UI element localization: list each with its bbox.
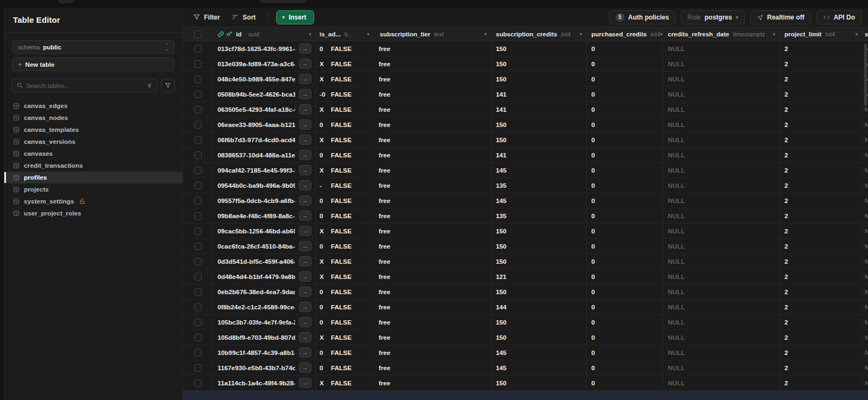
cell-purchased-credits[interactable]: 0: [587, 132, 663, 147]
cell-purchased-credits[interactable]: 0: [587, 315, 663, 329]
expand-row-button[interactable]: →: [299, 347, 311, 358]
cell-clipped[interactable]: NU: [863, 208, 868, 223]
cell-id[interactable]: 08386537-10d4-488a-a11e-eb5a6... →: [213, 148, 316, 162]
auth-policies-button[interactable]: 5 Auth policies: [609, 10, 675, 24]
cell-is-admin[interactable]: X FALSE: [316, 254, 374, 269]
row-checkbox[interactable]: [194, 60, 202, 68]
search-tables-input[interactable]: [26, 82, 143, 89]
expand-row-button[interactable]: →: [299, 59, 311, 69]
cell-subscription-credits[interactable]: 121: [492, 269, 587, 284]
row-checkbox[interactable]: [194, 349, 202, 357]
cell-project-limit[interactable]: 2: [780, 224, 863, 238]
cell-subscription-tier[interactable]: free: [374, 87, 492, 101]
api-docs-button[interactable]: API Do: [816, 10, 861, 24]
cell-credits-refresh-date[interactable]: NULL: [663, 239, 780, 253]
cell-subscription-credits[interactable]: 150: [492, 56, 587, 71]
cell-project-limit[interactable]: 2: [780, 102, 863, 117]
expand-row-button[interactable]: →: [299, 150, 311, 160]
cell-purchased-credits[interactable]: 0: [587, 300, 663, 314]
cell-purchased-credits[interactable]: 0: [587, 208, 663, 223]
cell-subscription-tier[interactable]: free: [374, 117, 492, 132]
cell-subscription-credits[interactable]: 150: [492, 330, 587, 345]
cell-is-admin[interactable]: X FALSE: [316, 72, 374, 86]
cell-purchased-credits[interactable]: 0: [587, 102, 663, 117]
sort-button[interactable]: Sort: [227, 11, 260, 24]
cell-id[interactable]: 0f8b24e2-c1c2-4589-99ce-2c52d... →: [213, 300, 316, 314]
sidebar-item-projects[interactable]: projects: [4, 183, 182, 195]
expand-row-button[interactable]: →: [299, 211, 311, 221]
row-checkbox[interactable]: [194, 319, 202, 326]
row-checkbox[interactable]: [194, 303, 202, 311]
cell-subscription-tier[interactable]: free: [374, 269, 492, 284]
cell-id[interactable]: 013cf78d-1625-43fc-9961-442189... →: [213, 41, 316, 56]
cell-subscription-credits[interactable]: 144: [492, 300, 587, 314]
cell-id[interactable]: 11a114cb-1a4c-49f4-9b28-52219ec... →: [213, 376, 316, 390]
search-tables-box[interactable]: [12, 79, 157, 92]
sidebar-item-canvases[interactable]: canvases: [4, 148, 182, 160]
row-checkbox[interactable]: [194, 136, 202, 144]
cell-is-admin[interactable]: 0 FALSE: [316, 300, 374, 314]
cell-credits-refresh-date[interactable]: NULL: [663, 41, 780, 56]
cell-project-limit[interactable]: 2: [780, 345, 863, 360]
cell-subscription-tier[interactable]: free: [374, 315, 492, 329]
cell-project-limit[interactable]: 2: [780, 41, 863, 56]
cell-purchased-credits[interactable]: 0: [587, 224, 663, 238]
expand-row-button[interactable]: →: [299, 302, 311, 312]
cell-project-limit[interactable]: 2: [780, 254, 863, 269]
cell-clipped[interactable]: NU: [863, 148, 868, 162]
cell-credits-refresh-date[interactable]: NULL: [663, 72, 780, 86]
schema-selector[interactable]: schema public ⌃⌄: [12, 40, 175, 54]
cell-is-admin[interactable]: 0 FALSE: [316, 360, 374, 375]
cell-subscription-tier[interactable]: free: [374, 300, 492, 314]
cell-project-limit[interactable]: 2: [780, 300, 863, 314]
cell-id[interactable]: 06f6b7d3-977d-4cd0-acd4-4a78... →: [213, 132, 316, 147]
cell-clipped[interactable]: NU: [863, 376, 868, 390]
cell-id[interactable]: 013e039a-fd89-473a-a3c6-ccfa9... →: [213, 56, 316, 71]
cell-id[interactable]: 09544b0c-ba9b-496a-9b09-244... →: [213, 178, 316, 193]
cell-id[interactable]: 0eb2b676-38ed-4ea7-9dad-38e6... →: [213, 284, 316, 299]
cell-subscription-tier[interactable]: free: [374, 163, 492, 177]
cell-subscription-credits[interactable]: 145: [492, 163, 587, 177]
cell-subscription-credits[interactable]: 135: [492, 178, 587, 193]
row-checkbox[interactable]: [194, 75, 202, 83]
cell-subscription-credits[interactable]: 145: [492, 360, 587, 375]
cell-credits-refresh-date[interactable]: NULL: [663, 56, 780, 71]
cell-subscription-credits[interactable]: 150: [492, 117, 587, 132]
sidebar-item-canvas_versions[interactable]: canvas_versions: [4, 136, 182, 148]
expand-row-button[interactable]: →: [299, 332, 311, 342]
cell-is-admin[interactable]: 0 FALSE: [316, 208, 374, 223]
cell-clipped[interactable]: NU: [863, 300, 868, 314]
cell-credits-refresh-date[interactable]: NULL: [663, 208, 780, 223]
cell-id[interactable]: 0508b94b-5ee2-4626-bca1-4bca... →: [213, 87, 316, 101]
cell-clipped[interactable]: NU: [863, 132, 868, 147]
column-header-subscription-credits[interactable]: subscription_credits int4 ▾: [492, 27, 587, 41]
column-header-clipped[interactable]: su: [863, 27, 868, 41]
cell-is-admin[interactable]: 0 FALSE: [316, 117, 374, 132]
cell-id[interactable]: 063505e5-4293-4faf-a18c-0e65b... →: [213, 102, 316, 117]
row-checkbox[interactable]: [194, 379, 202, 387]
column-header-id[interactable]: id uuid ▾: [213, 27, 316, 41]
cell-id[interactable]: 094caf42-7185-4e45-99f3-14abee... →: [213, 163, 316, 177]
cell-project-limit[interactable]: 2: [780, 376, 863, 390]
row-checkbox[interactable]: [194, 182, 202, 189]
sidebar-filter-button[interactable]: [161, 79, 175, 92]
cell-credits-refresh-date[interactable]: NULL: [663, 315, 780, 329]
expand-row-button[interactable]: →: [299, 226, 311, 236]
cell-is-admin[interactable]: 0 FALSE: [316, 239, 374, 253]
cell-credits-refresh-date[interactable]: NULL: [663, 102, 780, 117]
cell-subscription-tier[interactable]: free: [374, 360, 492, 375]
cell-clipped[interactable]: NU: [863, 239, 868, 253]
cell-subscription-credits[interactable]: 150: [492, 132, 587, 147]
row-checkbox[interactable]: [194, 212, 202, 220]
cell-credits-refresh-date[interactable]: NULL: [663, 284, 780, 299]
row-checkbox[interactable]: [194, 364, 202, 372]
expand-row-button[interactable]: →: [299, 378, 311, 388]
cell-subscription-credits[interactable]: 150: [492, 315, 587, 329]
cell-credits-refresh-date[interactable]: NULL: [663, 269, 780, 284]
realtime-toggle-button[interactable]: Realtime off: [750, 10, 811, 24]
cell-project-limit[interactable]: 2: [780, 117, 863, 132]
column-header-credits-refresh-date[interactable]: credits_refresh_date timestamptz ▾: [663, 27, 780, 41]
cell-project-limit[interactable]: 2: [780, 148, 863, 162]
cell-credits-refresh-date[interactable]: NULL: [663, 193, 780, 208]
row-checkbox[interactable]: [194, 334, 202, 341]
